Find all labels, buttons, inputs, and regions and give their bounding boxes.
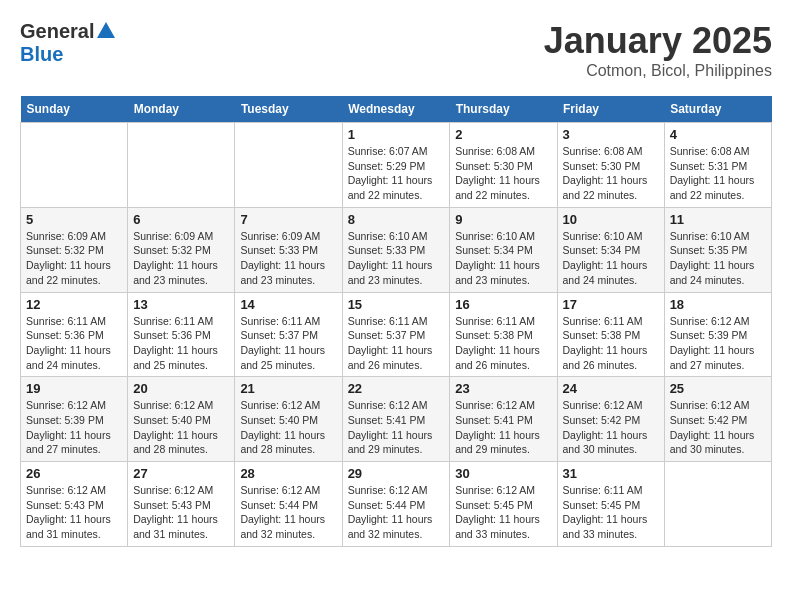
day-info: Sunrise: 6:11 AMSunset: 5:38 PMDaylight:… — [563, 314, 659, 373]
calendar-cell: 1Sunrise: 6:07 AMSunset: 5:29 PMDaylight… — [342, 123, 450, 208]
calendar-cell: 29Sunrise: 6:12 AMSunset: 5:44 PMDayligh… — [342, 462, 450, 547]
calendar-cell: 19Sunrise: 6:12 AMSunset: 5:39 PMDayligh… — [21, 377, 128, 462]
day-number: 28 — [240, 466, 336, 481]
day-number: 9 — [455, 212, 551, 227]
header-saturday: Saturday — [664, 96, 771, 123]
calendar-cell: 31Sunrise: 6:11 AMSunset: 5:45 PMDayligh… — [557, 462, 664, 547]
day-number: 26 — [26, 466, 122, 481]
day-info: Sunrise: 6:12 AMSunset: 5:41 PMDaylight:… — [455, 398, 551, 457]
calendar-cell: 4Sunrise: 6:08 AMSunset: 5:31 PMDaylight… — [664, 123, 771, 208]
day-info: Sunrise: 6:11 AMSunset: 5:36 PMDaylight:… — [26, 314, 122, 373]
day-number: 22 — [348, 381, 445, 396]
day-info: Sunrise: 6:11 AMSunset: 5:37 PMDaylight:… — [240, 314, 336, 373]
page-container: General Blue January 2025 Cotmon, Bicol,… — [0, 0, 792, 557]
calendar-cell: 25Sunrise: 6:12 AMSunset: 5:42 PMDayligh… — [664, 377, 771, 462]
day-info: Sunrise: 6:08 AMSunset: 5:30 PMDaylight:… — [455, 144, 551, 203]
day-number: 14 — [240, 297, 336, 312]
logo-icon — [97, 22, 115, 38]
day-info: Sunrise: 6:12 AMSunset: 5:39 PMDaylight:… — [670, 314, 766, 373]
calendar-cell: 11Sunrise: 6:10 AMSunset: 5:35 PMDayligh… — [664, 207, 771, 292]
calendar-cell: 6Sunrise: 6:09 AMSunset: 5:32 PMDaylight… — [128, 207, 235, 292]
day-info: Sunrise: 6:10 AMSunset: 5:33 PMDaylight:… — [348, 229, 445, 288]
logo-general: General — [20, 20, 94, 43]
svg-marker-0 — [97, 22, 115, 38]
calendar-cell: 16Sunrise: 6:11 AMSunset: 5:38 PMDayligh… — [450, 292, 557, 377]
month-title: January 2025 — [544, 20, 772, 62]
day-info: Sunrise: 6:11 AMSunset: 5:38 PMDaylight:… — [455, 314, 551, 373]
day-info: Sunrise: 6:12 AMSunset: 5:44 PMDaylight:… — [240, 483, 336, 542]
day-info: Sunrise: 6:12 AMSunset: 5:44 PMDaylight:… — [348, 483, 445, 542]
calendar-cell: 5Sunrise: 6:09 AMSunset: 5:32 PMDaylight… — [21, 207, 128, 292]
day-number: 25 — [670, 381, 766, 396]
day-number: 8 — [348, 212, 445, 227]
header-wednesday: Wednesday — [342, 96, 450, 123]
day-number: 11 — [670, 212, 766, 227]
week-row-2: 5Sunrise: 6:09 AMSunset: 5:32 PMDaylight… — [21, 207, 772, 292]
day-info: Sunrise: 6:11 AMSunset: 5:37 PMDaylight:… — [348, 314, 445, 373]
day-info: Sunrise: 6:10 AMSunset: 5:35 PMDaylight:… — [670, 229, 766, 288]
calendar-cell: 26Sunrise: 6:12 AMSunset: 5:43 PMDayligh… — [21, 462, 128, 547]
day-number: 4 — [670, 127, 766, 142]
day-info: Sunrise: 6:12 AMSunset: 5:40 PMDaylight:… — [133, 398, 229, 457]
header-sunday: Sunday — [21, 96, 128, 123]
day-info: Sunrise: 6:09 AMSunset: 5:32 PMDaylight:… — [133, 229, 229, 288]
header-monday: Monday — [128, 96, 235, 123]
day-info: Sunrise: 6:11 AMSunset: 5:36 PMDaylight:… — [133, 314, 229, 373]
day-number: 5 — [26, 212, 122, 227]
day-info: Sunrise: 6:09 AMSunset: 5:32 PMDaylight:… — [26, 229, 122, 288]
day-number: 21 — [240, 381, 336, 396]
calendar-cell: 14Sunrise: 6:11 AMSunset: 5:37 PMDayligh… — [235, 292, 342, 377]
calendar-table: Sunday Monday Tuesday Wednesday Thursday… — [20, 96, 772, 547]
calendar-cell — [235, 123, 342, 208]
calendar-cell: 7Sunrise: 6:09 AMSunset: 5:33 PMDaylight… — [235, 207, 342, 292]
calendar-cell: 8Sunrise: 6:10 AMSunset: 5:33 PMDaylight… — [342, 207, 450, 292]
calendar-cell: 23Sunrise: 6:12 AMSunset: 5:41 PMDayligh… — [450, 377, 557, 462]
day-number: 29 — [348, 466, 445, 481]
day-number: 6 — [133, 212, 229, 227]
day-number: 30 — [455, 466, 551, 481]
day-info: Sunrise: 6:12 AMSunset: 5:45 PMDaylight:… — [455, 483, 551, 542]
day-number: 17 — [563, 297, 659, 312]
calendar-cell: 30Sunrise: 6:12 AMSunset: 5:45 PMDayligh… — [450, 462, 557, 547]
header-tuesday: Tuesday — [235, 96, 342, 123]
day-number: 18 — [670, 297, 766, 312]
header-thursday: Thursday — [450, 96, 557, 123]
day-info: Sunrise: 6:07 AMSunset: 5:29 PMDaylight:… — [348, 144, 445, 203]
day-number: 27 — [133, 466, 229, 481]
calendar-cell: 12Sunrise: 6:11 AMSunset: 5:36 PMDayligh… — [21, 292, 128, 377]
week-row-4: 19Sunrise: 6:12 AMSunset: 5:39 PMDayligh… — [21, 377, 772, 462]
day-info: Sunrise: 6:12 AMSunset: 5:43 PMDaylight:… — [133, 483, 229, 542]
day-number: 13 — [133, 297, 229, 312]
location-subtitle: Cotmon, Bicol, Philippines — [544, 62, 772, 80]
calendar-cell: 20Sunrise: 6:12 AMSunset: 5:40 PMDayligh… — [128, 377, 235, 462]
day-info: Sunrise: 6:12 AMSunset: 5:41 PMDaylight:… — [348, 398, 445, 457]
calendar-cell: 13Sunrise: 6:11 AMSunset: 5:36 PMDayligh… — [128, 292, 235, 377]
calendar-cell: 10Sunrise: 6:10 AMSunset: 5:34 PMDayligh… — [557, 207, 664, 292]
day-number: 20 — [133, 381, 229, 396]
calendar-cell: 28Sunrise: 6:12 AMSunset: 5:44 PMDayligh… — [235, 462, 342, 547]
calendar-cell — [664, 462, 771, 547]
title-area: January 2025 Cotmon, Bicol, Philippines — [544, 20, 772, 80]
calendar-cell: 21Sunrise: 6:12 AMSunset: 5:40 PMDayligh… — [235, 377, 342, 462]
day-info: Sunrise: 6:12 AMSunset: 5:43 PMDaylight:… — [26, 483, 122, 542]
calendar-cell: 27Sunrise: 6:12 AMSunset: 5:43 PMDayligh… — [128, 462, 235, 547]
header-friday: Friday — [557, 96, 664, 123]
day-number: 12 — [26, 297, 122, 312]
calendar-cell: 22Sunrise: 6:12 AMSunset: 5:41 PMDayligh… — [342, 377, 450, 462]
day-info: Sunrise: 6:10 AMSunset: 5:34 PMDaylight:… — [455, 229, 551, 288]
weekday-header-row: Sunday Monday Tuesday Wednesday Thursday… — [21, 96, 772, 123]
header-area: General Blue January 2025 Cotmon, Bicol,… — [20, 20, 772, 80]
calendar-cell: 24Sunrise: 6:12 AMSunset: 5:42 PMDayligh… — [557, 377, 664, 462]
day-info: Sunrise: 6:09 AMSunset: 5:33 PMDaylight:… — [240, 229, 336, 288]
calendar-cell: 2Sunrise: 6:08 AMSunset: 5:30 PMDaylight… — [450, 123, 557, 208]
week-row-3: 12Sunrise: 6:11 AMSunset: 5:36 PMDayligh… — [21, 292, 772, 377]
calendar-cell: 3Sunrise: 6:08 AMSunset: 5:30 PMDaylight… — [557, 123, 664, 208]
day-number: 7 — [240, 212, 336, 227]
logo-blue: Blue — [20, 43, 63, 65]
day-info: Sunrise: 6:12 AMSunset: 5:40 PMDaylight:… — [240, 398, 336, 457]
day-number: 23 — [455, 381, 551, 396]
calendar-cell: 15Sunrise: 6:11 AMSunset: 5:37 PMDayligh… — [342, 292, 450, 377]
logo: General Blue — [20, 20, 115, 66]
day-number: 1 — [348, 127, 445, 142]
day-info: Sunrise: 6:08 AMSunset: 5:30 PMDaylight:… — [563, 144, 659, 203]
